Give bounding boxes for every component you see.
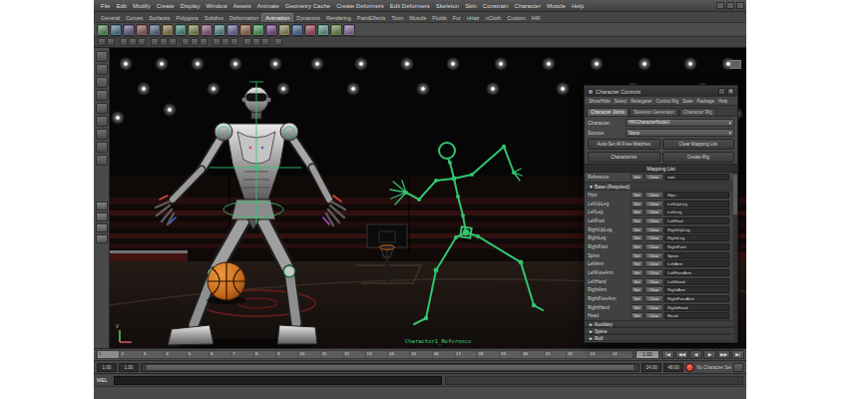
timeline-frame[interactable]: 9	[275, 351, 297, 358]
set-button[interactable]: Set	[631, 226, 644, 233]
timeline-frame[interactable]: 16	[432, 351, 454, 358]
set-button[interactable]: Set	[631, 208, 644, 215]
animation-start-field[interactable]: 1.00	[97, 363, 117, 372]
shelf-icon[interactable]	[304, 24, 316, 36]
panel-toolbar-toggle-button[interactable]	[730, 60, 741, 69]
current-time-field[interactable]: 1.00	[636, 350, 659, 359]
menu-item[interactable]: Assets	[230, 3, 254, 9]
set-button[interactable]: Set	[631, 260, 644, 267]
shelf-icon[interactable]	[343, 24, 355, 36]
panel-menu-item[interactable]: Control Rig	[654, 99, 681, 104]
clear-button[interactable]: Clear	[645, 278, 663, 285]
character-dropdown[interactable]: HIKCharacterNode1 ▾	[626, 119, 734, 127]
shelf-tab[interactable]: PaintEffects	[354, 14, 389, 22]
shelf-icon[interactable]	[123, 24, 135, 36]
clear-button[interactable]: Clear	[645, 252, 663, 259]
set-button[interactable]: Set	[631, 234, 644, 241]
persp-outliner-layout-icon[interactable]	[96, 223, 108, 232]
mapping-target-field[interactable]: RightFoot	[664, 243, 729, 250]
characterize-button[interactable]: Characterize	[588, 152, 660, 163]
mapping-target-field[interactable]: RightLeg	[664, 234, 729, 241]
set-button[interactable]: Set	[631, 174, 644, 181]
shelf-icon[interactable]	[149, 24, 161, 36]
playback-button[interactable]: |◀	[661, 350, 674, 359]
animation-preferences-icon[interactable]	[274, 38, 282, 46]
shelf-icon[interactable]	[317, 24, 329, 36]
set-button[interactable]: Set	[631, 252, 644, 259]
section-base-required[interactable]: ▼ Base (Required)	[585, 182, 732, 191]
timeline-frame[interactable]: 14	[387, 351, 409, 358]
menu-item[interactable]: Help	[569, 3, 587, 9]
basketball[interactable]	[207, 262, 246, 304]
menu-item[interactable]: Edit	[114, 3, 130, 9]
shelf-tab[interactable]: Dynamics	[293, 14, 323, 22]
menu-item[interactable]: Skeleton	[433, 3, 462, 9]
shelf-icon[interactable]	[175, 24, 187, 36]
menu-item[interactable]: Modify	[130, 3, 154, 9]
panel-menu-item[interactable]: Retargeter	[629, 99, 653, 104]
shelf-tab[interactable]: Curves	[123, 14, 146, 22]
menu-item[interactable]: Edit Deformers	[387, 3, 433, 9]
command-input[interactable]	[114, 376, 442, 385]
mapping-target-field[interactable]: LeftArm	[664, 260, 729, 267]
render-current-frame-icon[interactable]	[221, 38, 229, 46]
single-pane-layout-icon[interactable]	[96, 201, 108, 210]
menu-item[interactable]: Skin	[462, 3, 480, 9]
timeline-frame[interactable]: 4	[164, 351, 186, 358]
playback-button[interactable]: ▶	[703, 350, 716, 359]
panel-minimize-icon[interactable]	[718, 88, 725, 95]
shelf-icon[interactable]	[239, 24, 251, 36]
shelf-icon[interactable]	[278, 24, 290, 36]
playback-button[interactable]: ▶|	[731, 350, 744, 359]
menu-item[interactable]: Create Deformers	[333, 3, 387, 9]
last-tool-icon[interactable]	[96, 155, 108, 166]
scrollbar[interactable]	[733, 173, 737, 342]
clear-button[interactable]: Clear	[645, 192, 663, 199]
ipr-render-icon[interactable]	[230, 38, 238, 46]
shelf-icon[interactable]	[330, 24, 342, 36]
timeline-frame[interactable]: 18	[476, 351, 498, 358]
set-button[interactable]: Set	[631, 192, 644, 199]
mapping-target-field[interactable]: Hips	[664, 192, 729, 199]
shelf-icon[interactable]	[265, 24, 277, 36]
collapsed-section[interactable]: ► Roll	[585, 334, 732, 341]
shelf-icon[interactable]	[110, 24, 122, 36]
collapsed-section[interactable]: ► Auxiliary	[585, 320, 732, 327]
playback-end-field[interactable]: 24.00	[642, 363, 661, 372]
shelf-tab[interactable]: Muscle	[406, 14, 429, 22]
character-set-menu[interactable]: No Character Set	[696, 365, 731, 370]
shelf-tab[interactable]: Rendering	[323, 14, 354, 22]
mapping-target-field[interactable]: RightArm	[664, 286, 729, 293]
timeline-ticks[interactable]: 123456789101112131415161718192021222324	[96, 350, 634, 359]
create-rig-button[interactable]: Create Rig	[662, 152, 735, 163]
source-dropdown[interactable]: None ▾	[626, 129, 734, 137]
mapping-target-field[interactable]: RightHand	[664, 304, 729, 311]
shelf-tab[interactable]: Custom	[504, 14, 529, 22]
select-by-hierarchy-icon[interactable]	[98, 38, 106, 46]
select-by-component-icon[interactable]	[120, 38, 128, 46]
menu-item[interactable]: Character	[512, 3, 544, 9]
mapping-target-field[interactable]: RightUpLeg	[664, 226, 729, 233]
set-button[interactable]: Set	[631, 286, 644, 293]
shelf-tab[interactable]: Fur	[450, 14, 464, 22]
timeline-frame[interactable]: 5	[187, 351, 209, 358]
timeline-frame[interactable]: 17	[454, 351, 476, 358]
restore-ui-icon[interactable]	[726, 2, 734, 9]
output-connections-icon[interactable]	[191, 38, 199, 46]
shelf-icon[interactable]	[136, 24, 148, 36]
shelf-tab[interactable]: Surfaces	[146, 14, 173, 22]
panel-tab[interactable]: Character Rig	[679, 108, 716, 116]
timeline-frame[interactable]: 12	[342, 351, 364, 358]
input-connections-icon[interactable]	[182, 38, 190, 46]
hypershade-layout-icon[interactable]	[96, 234, 108, 243]
range-slider-handle[interactable]	[143, 365, 638, 370]
clear-button[interactable]: Clear	[645, 269, 663, 276]
render-view-icon[interactable]	[213, 38, 220, 46]
shelf-icon[interactable]	[97, 24, 109, 36]
timeline-frame[interactable]: 10	[297, 351, 319, 358]
rotate-tool-icon[interactable]	[96, 103, 108, 114]
shelf-icon[interactable]	[162, 24, 174, 36]
clear-button[interactable]: Clear	[645, 208, 663, 215]
shelf-tab[interactable]: Deformation	[226, 14, 261, 22]
clear-button[interactable]: Clear	[645, 295, 663, 302]
